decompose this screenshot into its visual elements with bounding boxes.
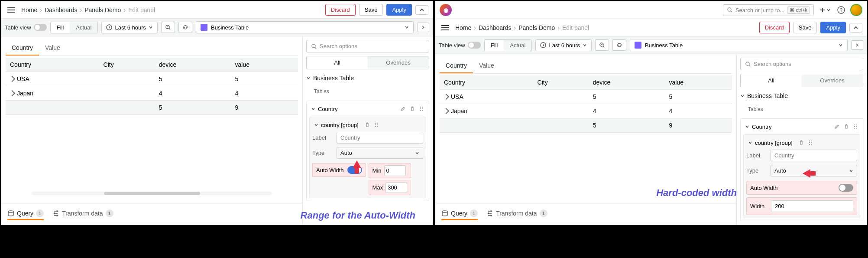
chevron-down-icon[interactable] <box>314 123 318 127</box>
table-row[interactable]: USA 55 <box>440 90 732 104</box>
tab-overrides[interactable]: Overrides <box>802 74 863 87</box>
type-select[interactable]: Auto <box>771 165 857 176</box>
col-value[interactable]: value <box>665 75 732 90</box>
chevron-down-icon <box>149 25 153 29</box>
tab-overrides[interactable]: Overrides <box>368 56 429 69</box>
search-options[interactable]: Search options <box>306 40 429 52</box>
chevron-down-icon[interactable] <box>748 140 752 145</box>
query-tab[interactable]: Query 1 <box>7 208 44 220</box>
autowidth-toggle[interactable] <box>347 166 362 174</box>
table-view-toggle[interactable]: Table view <box>5 24 47 31</box>
breadcrumb-dashboards[interactable]: Dashboards <box>479 24 512 31</box>
breadcrumb-dashboards[interactable]: Dashboards <box>45 7 78 13</box>
table-view-switch[interactable] <box>468 42 481 49</box>
type-label: Type <box>312 150 333 156</box>
drag-icon[interactable] <box>418 105 424 112</box>
chevron-down-icon[interactable] <box>311 107 315 111</box>
breadcrumb-demo[interactable]: Panels Demo <box>518 24 555 31</box>
edit-icon[interactable] <box>833 123 840 130</box>
time-picker[interactable]: Last 6 hours <box>535 39 592 51</box>
actual-button[interactable]: Actual <box>70 22 97 33</box>
search-options[interactable]: Search options <box>740 58 863 70</box>
col-country[interactable]: Country <box>440 75 533 90</box>
svg-point-28 <box>856 128 857 129</box>
save-button[interactable]: Save <box>359 4 383 16</box>
table-row[interactable]: Japan 44 <box>440 104 732 118</box>
table-row-summary: 59 <box>440 118 732 133</box>
trash-icon[interactable] <box>409 105 416 112</box>
refresh-button[interactable] <box>612 39 626 51</box>
trash-icon[interactable] <box>364 121 371 128</box>
menu-icon[interactable] <box>440 23 451 32</box>
table-view-switch[interactable] <box>34 24 47 31</box>
viz-picker[interactable]: Business Table <box>196 21 414 33</box>
trash-icon[interactable] <box>843 123 850 130</box>
table-view-toggle[interactable]: Table view <box>439 42 481 49</box>
zoom-out-button[interactable] <box>595 39 609 51</box>
save-button[interactable]: Save <box>793 22 817 33</box>
tab-value[interactable]: Value <box>39 41 66 56</box>
type-select[interactable]: Auto <box>337 147 423 159</box>
menu-icon[interactable] <box>6 6 17 14</box>
collapse-button[interactable] <box>415 5 428 15</box>
table-row[interactable]: Japan 44 <box>6 86 298 101</box>
col-device[interactable]: device <box>155 58 231 72</box>
label-input[interactable] <box>337 132 423 144</box>
section-business-table[interactable]: Business Table <box>306 73 429 83</box>
help-button[interactable]: ? <box>836 4 847 16</box>
discard-button[interactable]: Discard <box>759 22 790 33</box>
edit-icon[interactable] <box>399 105 406 112</box>
drag-icon[interactable] <box>852 123 858 130</box>
grafana-logo[interactable]: ◉ <box>440 4 452 16</box>
add-button[interactable] <box>817 5 832 15</box>
drag-icon[interactable] <box>373 121 379 128</box>
expand-icon[interactable] <box>9 90 15 96</box>
zoom-out-button[interactable] <box>161 22 175 33</box>
autowidth-toggle[interactable] <box>839 184 853 192</box>
query-tab[interactable]: Query 1 <box>441 208 478 220</box>
chevron-down-icon[interactable] <box>745 124 749 129</box>
breadcrumb-home[interactable]: Home <box>455 24 471 31</box>
label-input[interactable] <box>771 150 857 161</box>
col-country[interactable]: Country <box>6 58 99 72</box>
max-input[interactable] <box>385 182 407 193</box>
table-row[interactable]: USA 55 <box>6 72 298 86</box>
transform-tab[interactable]: Transform data 1 <box>486 208 547 220</box>
global-search[interactable]: Search or jump to... ⌘ ctrl+k <box>723 4 814 16</box>
col-city[interactable]: City <box>533 75 589 90</box>
horizontal-scrollbar[interactable] <box>32 192 272 195</box>
discard-button[interactable]: Discard <box>325 4 356 16</box>
expand-icon[interactable] <box>9 76 15 82</box>
tab-all[interactable]: All <box>741 74 802 87</box>
tab-value[interactable]: Value <box>473 59 500 73</box>
refresh-button[interactable] <box>178 22 192 33</box>
svg-point-12 <box>375 124 376 125</box>
breadcrumb-home[interactable]: Home <box>21 7 37 13</box>
expand-icon[interactable] <box>443 108 449 114</box>
transform-tab[interactable]: Transform data 1 <box>52 208 113 220</box>
col-value[interactable]: value <box>231 58 298 72</box>
fill-button[interactable]: Fill <box>485 40 504 51</box>
expand-icon[interactable] <box>443 94 449 100</box>
collapse-button[interactable] <box>849 23 862 33</box>
expand-options-button[interactable] <box>851 40 863 50</box>
col-device[interactable]: device <box>589 75 665 90</box>
breadcrumb-demo[interactable]: Panels Demo <box>84 7 121 13</box>
apply-button[interactable]: Apply <box>820 22 846 33</box>
tab-country[interactable]: Country <box>6 41 39 56</box>
apply-button[interactable]: Apply <box>386 4 412 16</box>
expand-options-button[interactable] <box>417 23 429 32</box>
min-input[interactable] <box>384 165 406 176</box>
drag-icon[interactable] <box>807 139 813 146</box>
tab-all[interactable]: All <box>307 56 368 69</box>
viz-picker[interactable]: Business Table <box>630 39 848 51</box>
col-city[interactable]: City <box>99 58 155 72</box>
actual-button[interactable]: Actual <box>504 40 531 51</box>
width-input[interactable] <box>771 200 853 212</box>
section-business-table[interactable]: Business Table <box>740 91 863 101</box>
tab-country[interactable]: Country <box>440 59 473 73</box>
fill-button[interactable]: Fill <box>51 22 70 33</box>
trash-icon[interactable] <box>798 139 805 146</box>
time-picker[interactable]: Last 6 hours <box>101 22 158 33</box>
avatar[interactable] <box>850 4 862 16</box>
